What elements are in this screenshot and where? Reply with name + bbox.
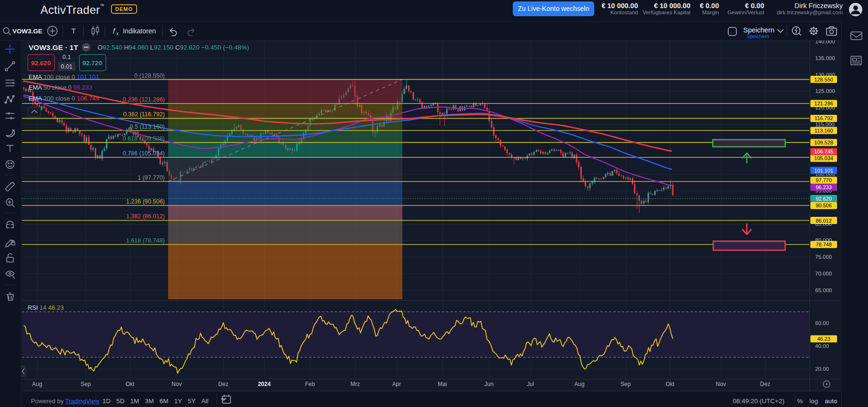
- svg-text:0 (128.550): 0 (128.550): [134, 72, 165, 79]
- svg-text:EMA 100 close 0 101.101: EMA 100 close 0 101.101: [29, 73, 99, 81]
- svg-text:20.00: 20.00: [815, 366, 829, 372]
- svg-text:Sep: Sep: [620, 381, 631, 387]
- svg-text:96.233: 96.233: [816, 184, 832, 190]
- svg-text:Okt: Okt: [666, 381, 675, 387]
- svg-text:Sep: Sep: [80, 381, 91, 387]
- svg-text:0.618 (109.528): 0.618 (109.528): [123, 135, 165, 142]
- svg-text:Apr: Apr: [392, 381, 401, 387]
- svg-text:VOW3.GE: VOW3.GE: [12, 28, 42, 35]
- svg-text:EMA 200 close 0 106.745: EMA 200 close 0 106.745: [29, 95, 99, 102]
- svg-text:116.792: 116.792: [815, 115, 833, 121]
- svg-text:Jul: Jul: [527, 381, 534, 387]
- svg-text:115.000: 115.000: [815, 122, 835, 127]
- svg-text:T: T: [71, 27, 76, 35]
- svg-text:109.528: 109.528: [814, 140, 833, 145]
- svg-text:Dez: Dez: [218, 381, 228, 387]
- svg-text:101.101: 101.101: [814, 168, 833, 173]
- svg-text:Mai: Mai: [438, 381, 447, 387]
- svg-text:x: x: [116, 31, 119, 36]
- svg-text:70.000: 70.000: [815, 271, 832, 276]
- svg-text:EMA 50 close 0 96.233: EMA 50 close 0 96.233: [29, 84, 92, 91]
- svg-text:46.23: 46.23: [817, 336, 830, 342]
- svg-text:92.620: 92.620: [31, 60, 50, 67]
- svg-text:128.550: 128.550: [814, 77, 833, 82]
- svg-text:Nov: Nov: [171, 381, 181, 387]
- svg-text:1.618 (78.748): 1.618 (78.748): [126, 237, 165, 244]
- svg-text:0.382 (116.792): 0.382 (116.792): [123, 111, 165, 118]
- svg-text:Aug: Aug: [32, 381, 42, 387]
- svg-text:O92.540 H94.060 L92.150 C92.62: O92.540 H94.060 L92.150 C92.620 −0.450 (…: [98, 44, 249, 51]
- svg-text:75.000: 75.000: [815, 254, 832, 260]
- svg-text:92.720: 92.720: [82, 60, 102, 67]
- svg-text:105.034: 105.034: [814, 155, 833, 161]
- svg-text:0.786 (105.034): 0.786 (105.034): [123, 150, 165, 157]
- svg-text:135.000: 135.000: [815, 55, 835, 61]
- svg-text:Nov: Nov: [716, 381, 726, 387]
- svg-text:86.012: 86.012: [816, 218, 832, 224]
- svg-text:125.000: 125.000: [815, 88, 835, 94]
- svg-text:113.160: 113.160: [815, 128, 833, 133]
- svg-text:1.236 (90.506): 1.236 (90.506): [126, 198, 165, 205]
- svg-text:65.000: 65.000: [815, 287, 832, 293]
- svg-text:2024: 2024: [258, 381, 271, 387]
- svg-text:0.5 (113.160): 0.5 (113.160): [130, 123, 165, 130]
- svg-text:1 (97.770): 1 (97.770): [138, 174, 165, 181]
- svg-text:0.01: 0.01: [61, 63, 72, 70]
- svg-text:Indikatoren: Indikatoren: [123, 27, 156, 35]
- svg-text:60.00: 60.00: [815, 320, 829, 326]
- svg-text:1.382 (86.012): 1.382 (86.012): [126, 213, 165, 220]
- svg-text:Mrz: Mrz: [350, 381, 360, 387]
- svg-text:RSI 14 46.23: RSI 14 46.23: [28, 304, 64, 311]
- svg-text:Aug: Aug: [574, 381, 584, 387]
- svg-text:f: f: [113, 27, 116, 35]
- svg-text:VOW3.GE · 1T: VOW3.GE · 1T: [29, 43, 79, 51]
- svg-text:121.286: 121.286: [814, 101, 833, 106]
- svg-text:92.620: 92.620: [816, 196, 832, 202]
- svg-text:Dez: Dez: [760, 381, 770, 387]
- svg-text:97.770: 97.770: [816, 177, 832, 183]
- svg-text:Jun: Jun: [484, 381, 493, 387]
- svg-text:78.748: 78.748: [816, 242, 832, 247]
- svg-text:90.506: 90.506: [816, 203, 832, 208]
- svg-text:Feb: Feb: [305, 381, 315, 387]
- svg-text:106.745: 106.745: [814, 149, 833, 154]
- svg-text:40.00: 40.00: [815, 343, 829, 349]
- svg-text:0.1: 0.1: [62, 54, 70, 61]
- svg-text:0.236 (121.286): 0.236 (121.286): [123, 96, 165, 103]
- svg-text:Okt: Okt: [126, 381, 135, 387]
